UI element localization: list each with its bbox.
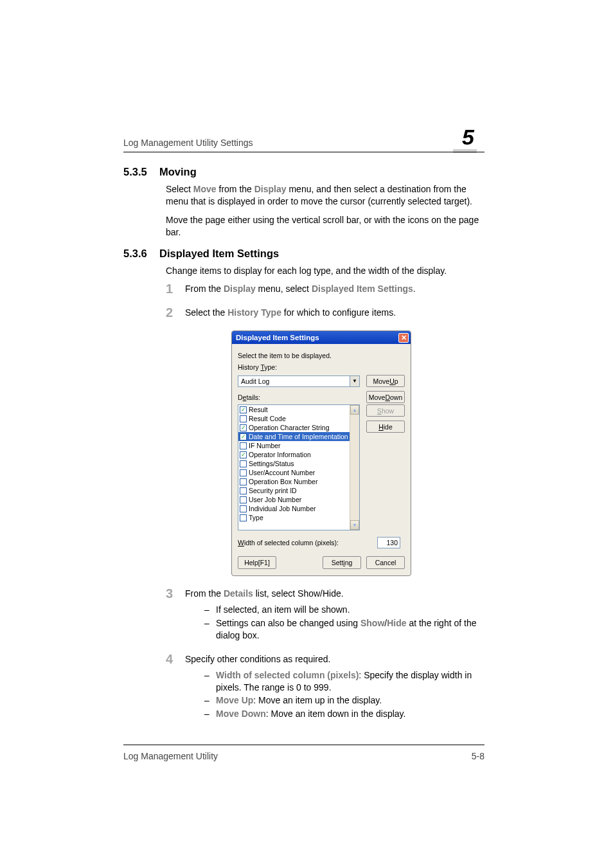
para-535-2: Move the page either using the vertical … — [166, 214, 484, 239]
list-item[interactable]: Operation Box Number — [238, 477, 350, 486]
para-536-intro: Change items to display for each log typ… — [166, 265, 484, 277]
details-label: Details: — [238, 393, 260, 401]
dialog-instruction: Select the item to be displayed. — [238, 352, 405, 359]
checkbox-icon[interactable] — [240, 478, 247, 485]
setting-button[interactable]: Setting — [323, 556, 361, 569]
checkbox-icon[interactable] — [240, 505, 247, 512]
step-3-sub-1: If selected, an item will be shown. — [204, 604, 484, 616]
step-2: 2 Select the History Type for which to c… — [166, 307, 484, 319]
list-item[interactable]: Settings/Status — [238, 459, 350, 468]
history-type-label: History Type: — [238, 363, 405, 371]
move-down-button[interactable]: Move Down — [366, 391, 405, 403]
checkbox-icon[interactable] — [240, 460, 247, 467]
list-item[interactable]: Type — [238, 513, 350, 522]
list-item[interactable]: Individual Job Number — [238, 504, 350, 513]
help-button[interactable]: Help[F1] — [238, 556, 276, 569]
section-heading-535: 5.3.5Moving — [123, 166, 484, 178]
list-item[interactable]: ✓Operator Information — [238, 450, 350, 459]
checkbox-icon[interactable]: ✓ — [240, 424, 247, 431]
header-rule — [123, 152, 484, 152]
width-input[interactable] — [377, 537, 400, 548]
para-535-1: Select Move from the Display menu, and t… — [166, 183, 484, 208]
list-item[interactable]: Security print ID — [238, 486, 350, 495]
chevron-down-icon: ▼ — [350, 376, 359, 386]
checkbox-icon[interactable]: ✓ — [240, 406, 247, 413]
running-head: Log Management Utility Settings — [123, 138, 253, 148]
width-label: Width of selected column (pixels): — [238, 539, 339, 547]
footer-rule — [123, 745, 484, 745]
footer-right: 5-8 — [472, 751, 484, 761]
checkbox-icon[interactable] — [240, 514, 247, 521]
details-listbox[interactable]: ✓ResultResult Code✓Operation Character S… — [238, 404, 360, 530]
checkbox-icon[interactable] — [240, 415, 247, 422]
dialog-titlebar: Displayed Item Settings ✕ — [232, 331, 411, 344]
step-3-sub-2: Settings can also be changed using Show/… — [204, 617, 484, 642]
listbox-scrollbar[interactable]: ▴ ▾ — [350, 405, 359, 530]
step-4-sub-2: Move Up: Move an item up in the display. — [204, 694, 484, 707]
section-heading-536: 5.3.6Displayed Item Settings — [123, 248, 484, 260]
footer-left: Log Management Utility — [123, 751, 218, 761]
step-4: 4 Specify other conditions as required. … — [166, 653, 484, 720]
scroll-up-icon[interactable]: ▴ — [350, 405, 359, 415]
close-icon[interactable]: ✕ — [398, 333, 409, 343]
checkbox-icon[interactable] — [240, 469, 247, 476]
list-item[interactable]: User Job Number — [238, 495, 350, 504]
checkbox-icon[interactable] — [240, 496, 247, 503]
list-item[interactable]: Result Code — [238, 414, 350, 423]
list-item[interactable]: ✓Date and Time of Implementation — [238, 432, 350, 441]
step-4-sub-3: Move Down: Move an item down in the disp… — [204, 708, 484, 720]
list-item[interactable]: ✓Result — [238, 405, 350, 414]
checkbox-icon[interactable]: ✓ — [240, 451, 247, 458]
hide-button[interactable]: Hide — [366, 420, 405, 433]
move-up-button[interactable]: Move Up — [366, 375, 405, 387]
checkbox-icon[interactable] — [240, 487, 247, 494]
list-item[interactable]: User/Account Number — [238, 468, 350, 477]
list-item[interactable]: IF Number — [238, 441, 350, 450]
chapter-number: 5 — [453, 126, 477, 148]
history-type-select[interactable]: Audit Log ▼ — [238, 375, 360, 387]
step-4-sub-1: Width of selected column (pixels): Speci… — [204, 669, 484, 694]
checkbox-icon[interactable]: ✓ — [240, 433, 247, 440]
list-item[interactable]: ✓Operation Character String — [238, 423, 350, 432]
show-button[interactable]: Show — [366, 404, 405, 417]
cancel-button[interactable]: Cancel — [366, 556, 405, 569]
dialog-title: Displayed Item Settings — [236, 334, 319, 341]
step-1: 1 From the Display menu, select Displaye… — [166, 283, 484, 295]
scroll-down-icon[interactable]: ▾ — [350, 520, 359, 530]
dialog-screenshot: Displayed Item Settings ✕ Select the ite… — [231, 330, 411, 576]
step-3: 3 From the Details list, select Show/Hid… — [166, 588, 484, 642]
checkbox-icon[interactable] — [240, 442, 247, 449]
